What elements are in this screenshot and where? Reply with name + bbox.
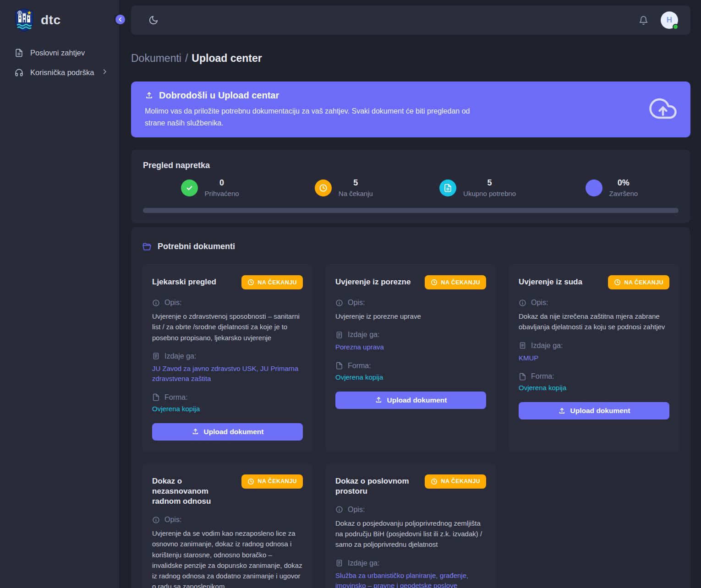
document-issuer: JU Zavod za javno zdravstvo USK, JU Prim…	[152, 364, 303, 384]
status-badge: NA ČEKANJU	[425, 275, 487, 289]
stat-zavrseno: 0% Završeno	[545, 178, 679, 197]
document-icon	[15, 49, 23, 57]
opis-label: Opis:	[152, 516, 303, 524]
upload-icon	[375, 396, 383, 404]
file-icon	[439, 180, 456, 196]
check-icon	[181, 180, 198, 196]
documents-section-header: Potrebni dokumenti	[142, 242, 679, 251]
app-logo[interactable]: dtc	[0, 0, 119, 32]
document-card: Ljekarski pregled NA ČEKANJU Opis: Uvjer…	[142, 264, 313, 452]
document-title: Ljekarski pregled	[152, 275, 216, 287]
document-issuer: KMUP	[519, 353, 669, 364]
clock-icon	[431, 279, 438, 286]
page-icon	[152, 393, 160, 401]
percent-circle-icon	[586, 180, 602, 196]
status-badge-label: NA ČEKANJU	[441, 478, 481, 485]
document-title: Dokaz o poslovnom prostoru	[335, 474, 419, 496]
dark-mode-toggle[interactable]	[148, 15, 159, 25]
sidebar-collapse-button[interactable]	[114, 13, 126, 26]
forma-label: Forma:	[519, 372, 669, 381]
breadcrumb-dokumenti[interactable]: Dokumenti	[131, 52, 181, 64]
status-badge: NA ČEKANJU	[608, 275, 670, 289]
coat-of-arms-logo-icon	[14, 8, 35, 32]
opis-label: Opis:	[335, 299, 486, 307]
izdaje-ga-label: Izdaje ga:	[335, 331, 486, 339]
document-forma-value: Ovjerena kopija	[519, 384, 669, 392]
notifications-button[interactable]	[639, 16, 648, 25]
page-title: Upload center	[192, 52, 262, 64]
sidebar-item-korisnicka-podrska[interactable]: Korisnička podrška	[0, 63, 119, 82]
banner-title-row: Dobrodošli u Upload centar	[145, 90, 486, 101]
document-description: Dokaz da nije izrečena zaštitna mjera za…	[519, 311, 669, 332]
stat-value: 5	[487, 178, 492, 188]
document-card-header: Uvjerenje iz suda NA ČEKANJU	[519, 275, 669, 289]
stat-prihvaceno: 0 Prihvaćeno	[143, 178, 277, 197]
document-card: Uvjerenje iz suda NA ČEKANJU Opis: Dokaz…	[509, 264, 679, 452]
status-badge: NA ČEKANJU	[241, 275, 303, 289]
clock-icon	[315, 180, 332, 196]
stat-label: Ukupno potrebno	[463, 190, 516, 197]
banner-text-block: Dobrodošli u Upload centar Molimo vas da…	[145, 90, 486, 129]
invoice-icon	[335, 331, 343, 339]
bell-icon	[639, 16, 648, 25]
topbar: H	[131, 5, 690, 35]
progress-panel-title: Pregled napretka	[143, 161, 679, 170]
stat-value: 5	[353, 178, 358, 188]
user-avatar[interactable]: H	[661, 11, 678, 29]
chevron-left-icon	[117, 16, 123, 22]
opis-label: Opis:	[152, 299, 303, 307]
clock-icon	[247, 279, 254, 286]
stat-value: 0	[219, 178, 224, 188]
cloud-upload-icon	[649, 95, 677, 124]
document-forma-value: Ovjerena kopija	[335, 373, 486, 381]
online-status-dot	[673, 24, 679, 30]
sidebar-nav: Poslovni zahtjev Korisnička podrška	[0, 43, 119, 82]
document-card-header: Dokaz o poslovnom prostoru NA ČEKANJU	[335, 474, 486, 496]
clock-icon	[431, 478, 438, 485]
breadcrumb-separator: /	[185, 52, 188, 64]
izdaje-ga-label: Izdaje ga:	[335, 559, 486, 567]
folder-icon	[142, 242, 152, 251]
upload-dokument-button[interactable]: Upload dokument	[152, 423, 303, 441]
status-badge-label: NA ČEKANJU	[624, 279, 664, 286]
document-card: Dokaz o nezasnovanom radnom odnosu NA ČE…	[142, 463, 313, 588]
opis-label: Opis:	[335, 506, 486, 514]
documents-grid: Ljekarski pregled NA ČEKANJU Opis: Uvjer…	[142, 264, 679, 588]
forma-label: Forma:	[152, 393, 303, 402]
stat-value: 0%	[618, 178, 630, 188]
status-badge-label: NA ČEKANJU	[441, 279, 481, 286]
invoice-icon	[335, 559, 343, 567]
stat-label: Na čekanju	[339, 190, 373, 197]
progress-overview-panel: Pregled napretka 0 Prihvaćeno	[131, 150, 690, 223]
upload-dokument-button[interactable]: Upload dokument	[519, 402, 669, 419]
document-title: Uvjerenje iz porezne	[335, 275, 411, 287]
topbar-actions: H	[639, 11, 678, 29]
status-badge: NA ČEKANJU	[241, 474, 303, 489]
avatar-letter: H	[667, 16, 672, 25]
izdaje-ga-label: Izdaje ga:	[152, 352, 303, 360]
page-icon	[335, 362, 343, 370]
status-badge: NA ČEKANJU	[425, 474, 487, 489]
app-root: dtc Poslovni zahtjev Korisnička podrška	[0, 0, 701, 588]
document-forma-value: Ovjerena kopija	[152, 405, 303, 413]
stat-label: Završeno	[609, 190, 638, 197]
stat-label: Prihvaćeno	[205, 190, 239, 197]
sidebar-item-poslovni-zahtjev[interactable]: Poslovni zahtjev	[0, 43, 119, 63]
invoice-icon	[519, 342, 526, 349]
sidebar-item-label: Korisnička podrška	[30, 68, 94, 77]
document-description: Uvjerenje da se vodim kao nezaposleno li…	[152, 528, 303, 588]
status-badge-label: NA ČEKANJU	[258, 279, 297, 286]
chevron-right-icon	[101, 68, 108, 77]
document-card-header: Uvjerenje iz porezne NA ČEKANJU	[335, 275, 486, 289]
forma-label: Forma:	[335, 362, 486, 370]
page-icon	[519, 373, 526, 381]
info-icon	[335, 506, 343, 513]
upload-dokument-button[interactable]: Upload dokument	[335, 392, 486, 409]
invoice-icon	[152, 352, 160, 360]
breadcrumb: Dokumenti/Upload center	[131, 52, 690, 65]
document-card-header: Dokaz o nezasnovanom radnom odnosu NA ČE…	[152, 474, 303, 506]
stat-ukupno-potrebno: 5 Ukupno potrebno	[411, 178, 545, 197]
upload-icon	[558, 407, 566, 415]
logo-text: dtc	[41, 13, 61, 27]
document-description: Uvjerenje o zdravstvenoj sposobnosti – s…	[152, 311, 303, 343]
